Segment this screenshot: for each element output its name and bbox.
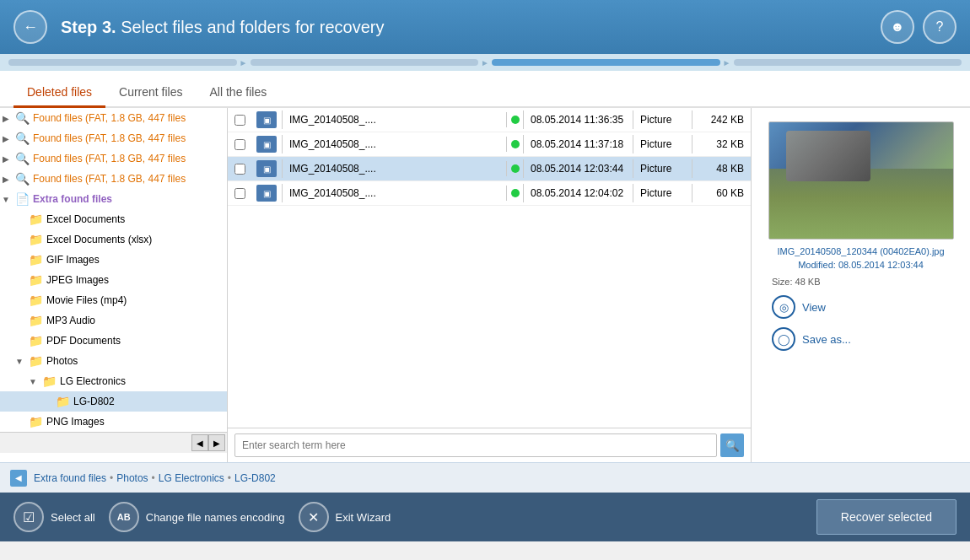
tabs: Deleted files Current files All the file… bbox=[0, 71, 970, 108]
file-row[interactable]: IMG_20140508_.... 08.05.2014 12:03:44 Pi… bbox=[228, 157, 751, 181]
help-icon-button[interactable]: ? bbox=[923, 10, 957, 44]
breadcrumb-item-lgd802[interactable]: LG-D802 bbox=[234, 472, 276, 484]
tree-scroll-right[interactable]: ▶ bbox=[208, 434, 225, 451]
exit-wizard-label: Exit Wizard bbox=[336, 511, 391, 524]
select-all-label: Select all bbox=[51, 511, 95, 524]
file-status-3 bbox=[506, 161, 523, 176]
user-icon-button[interactable]: ☻ bbox=[881, 10, 914, 44]
file-checkbox-2[interactable] bbox=[228, 136, 251, 153]
status-dot-4 bbox=[511, 189, 520, 197]
tree-item-lg[interactable]: ▼ 📁 LG Electronics bbox=[0, 371, 227, 391]
tab-all-files[interactable]: All the files bbox=[197, 78, 281, 108]
tree-item-lgd802[interactable]: 📁 LG-D802 bbox=[0, 391, 227, 412]
file-size-3: 48 KB bbox=[692, 159, 751, 178]
tab-current-files[interactable]: Current files bbox=[105, 78, 196, 108]
extra-icon: 📄 bbox=[15, 192, 30, 206]
tree-item-movie[interactable]: 📁 Movie Files (mp4) bbox=[0, 290, 227, 310]
file-tree: ▶ 🔍 Found files (FAT, 1.8 GB, 447 files … bbox=[0, 108, 228, 462]
view-action[interactable]: ◎ View bbox=[765, 295, 826, 319]
file-status-4 bbox=[506, 186, 523, 201]
tree-item-gif[interactable]: 📁 GIF Images bbox=[0, 250, 227, 270]
tree-item-mp3[interactable]: 📁 MP3 Audio bbox=[0, 310, 227, 331]
file-row[interactable]: IMG_20140508_.... 08.05.2014 12:04:02 Pi… bbox=[228, 181, 751, 206]
tree-item-pdf[interactable]: 📁 PDF Documents bbox=[0, 331, 227, 351]
tree-label-lg: LG Electronics bbox=[60, 375, 126, 387]
folder-icon-excel: 📁 bbox=[29, 213, 43, 226]
tree-item-excel[interactable]: 📁 Excel Documents bbox=[0, 209, 227, 229]
progress-connector-1: ► bbox=[239, 59, 249, 66]
folder-icon-lgd802: 📁 bbox=[56, 395, 70, 408]
status-dot-3 bbox=[511, 164, 520, 173]
tree-label-png: PNG Images bbox=[46, 416, 105, 428]
tree-label-mp3: MP3 Audio bbox=[46, 315, 95, 326]
tree-scroll-left[interactable]: ◀ bbox=[191, 434, 208, 451]
back-button[interactable]: ← bbox=[13, 10, 47, 44]
file-date-4: 08.05.2014 12:04:02 bbox=[523, 184, 633, 202]
folder-icon-jpeg: 📁 bbox=[29, 273, 43, 287]
tab-deleted-files[interactable]: Deleted files bbox=[13, 78, 105, 108]
header: ← Step 3. Select files and folders for r… bbox=[0, 0, 970, 54]
status-dot-1 bbox=[511, 116, 520, 124]
tree-item-found1[interactable]: ▶ 🔍 Found files (FAT, 1.8 GB, 447 files bbox=[0, 108, 227, 128]
exit-wizard-button[interactable]: ✕ Exit Wizard bbox=[299, 502, 391, 532]
preview-filename: IMG_20140508_120344 (00402EA0).jpg bbox=[777, 246, 944, 256]
file-checkbox-4[interactable] bbox=[228, 185, 251, 202]
tree-label-pdf: PDF Documents bbox=[46, 335, 121, 347]
expander-photos: ▼ bbox=[13, 357, 25, 366]
found-icon-2: 🔍 bbox=[15, 132, 30, 145]
folder-icon-movie: 📁 bbox=[29, 293, 43, 307]
tree-item-found2[interactable]: ▶ 🔍 Found files (FAT, 1.8 GB, 447 files bbox=[0, 128, 227, 148]
progress-step-3 bbox=[492, 59, 720, 66]
folder-icon-lg: 📁 bbox=[42, 374, 57, 388]
tree-item-png[interactable]: 📁 PNG Images bbox=[0, 412, 227, 432]
file-icon-4 bbox=[251, 181, 282, 205]
change-encoding-label: Change file names encoding bbox=[146, 511, 285, 524]
tree-item-found4[interactable]: ▶ 🔍 Found files (FAT, 1.8 GB, 447 files bbox=[0, 169, 227, 189]
save-icon: ◯ bbox=[772, 327, 795, 351]
search-bar: 🔍 bbox=[228, 428, 751, 462]
file-name-4: IMG_20140508_.... bbox=[282, 184, 506, 202]
select-all-button[interactable]: ☑ Select all bbox=[13, 502, 95, 532]
file-row[interactable]: IMG_20140508_.... 08.05.2014 11:36:35 Pi… bbox=[228, 108, 751, 132]
main-content: ▶ 🔍 Found files (FAT, 1.8 GB, 447 files … bbox=[0, 108, 970, 462]
progress-connector-2: ► bbox=[480, 59, 490, 66]
file-checkbox-1[interactable] bbox=[228, 111, 251, 129]
file-name-2: IMG_20140508_.... bbox=[282, 135, 506, 153]
header-title: Step 3. Select files and folders for rec… bbox=[61, 18, 881, 37]
folder-icon-excelxlsx: 📁 bbox=[29, 233, 43, 246]
search-button[interactable]: 🔍 bbox=[720, 433, 744, 457]
encoding-icon: AB bbox=[109, 502, 139, 532]
tree-label-excel: Excel Documents bbox=[46, 213, 125, 225]
file-name-1: IMG_20140508_.... bbox=[282, 110, 506, 129]
file-type-4: Picture bbox=[633, 184, 692, 202]
file-icon-1 bbox=[251, 108, 282, 132]
file-row[interactable]: IMG_20140508_.... 08.05.2014 11:37:18 Pi… bbox=[228, 132, 751, 157]
tree-item-excelxlsx[interactable]: 📁 Excel Documents (xlsx) bbox=[0, 229, 227, 250]
recover-selected-button[interactable]: Recover selected bbox=[816, 499, 957, 535]
preview-image bbox=[768, 121, 954, 240]
file-date-3: 08.05.2014 12:03:44 bbox=[523, 159, 633, 178]
tree-item-found3[interactable]: ▶ 🔍 Found files (FAT, 1.8 GB, 447 files bbox=[0, 148, 227, 169]
select-all-icon: ☑ bbox=[13, 502, 44, 532]
progress-bar: ► ► ► bbox=[0, 54, 970, 71]
tree-label-found4: Found files (FAT, 1.8 GB, 447 files bbox=[33, 173, 186, 185]
tree-label-jpeg: JPEG Images bbox=[46, 274, 109, 286]
change-encoding-button[interactable]: AB Change file names encoding bbox=[109, 502, 285, 532]
tree-item-extra[interactable]: ▼ 📄 Extra found files bbox=[0, 189, 227, 209]
breadcrumb-bar: ◀ Extra found files • Photos • LG Electr… bbox=[0, 462, 970, 493]
breadcrumb-back-button[interactable]: ◀ bbox=[10, 470, 27, 487]
file-date-2: 08.05.2014 11:37:18 bbox=[523, 135, 633, 153]
breadcrumb-item-extra[interactable]: Extra found files bbox=[34, 472, 106, 484]
file-list-panel: IMG_20140508_.... 08.05.2014 11:36:35 Pi… bbox=[228, 108, 751, 462]
file-checkbox-3[interactable] bbox=[228, 160, 251, 178]
expander-found3: ▶ bbox=[0, 154, 12, 164]
search-input[interactable] bbox=[234, 433, 717, 457]
breadcrumb-item-lg[interactable]: LG Electronics bbox=[159, 472, 224, 484]
breadcrumb-item-photos[interactable]: Photos bbox=[116, 472, 148, 484]
save-as-action[interactable]: ◯ Save as... bbox=[765, 327, 851, 351]
file-type-1: Picture bbox=[633, 110, 692, 129]
tree-label-found3: Found files (FAT, 1.8 GB, 447 files bbox=[33, 153, 186, 164]
tree-item-jpeg[interactable]: 📁 JPEG Images bbox=[0, 270, 227, 290]
tree-label-lgd802: LG-D802 bbox=[73, 396, 115, 407]
tree-item-photos[interactable]: ▼ 📁 Photos bbox=[0, 351, 227, 371]
